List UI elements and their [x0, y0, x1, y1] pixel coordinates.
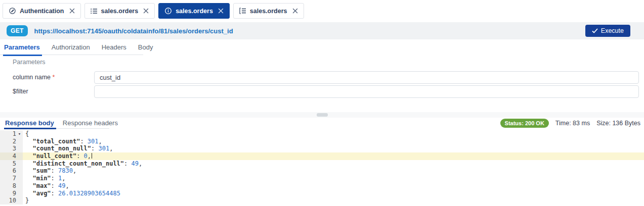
- line-number: 6: [13, 167, 16, 175]
- field-label: $filter: [13, 85, 28, 98]
- code-line-9[interactable]: 9 "avg": 26.01328903654485: [0, 190, 644, 197]
- field-input--filter[interactable]: [94, 85, 639, 98]
- execute-button[interactable]: Execute: [585, 25, 630, 37]
- code-content: {: [23, 130, 644, 138]
- token-key: "distinct_count_non_null": [32, 160, 124, 167]
- tab-sales-orders[interactable]: sales.orders: [233, 3, 304, 19]
- status-badge: Status: 200 OK: [500, 119, 549, 128]
- auth-icon: [9, 7, 16, 15]
- active-tab-underline: [3, 55, 42, 56]
- response-time: Time: 83 ms: [555, 120, 590, 127]
- code-content: "total_count": 301,: [23, 138, 644, 145]
- line-number-gutter: 6: [0, 167, 23, 175]
- subtab-label: Body: [138, 43, 153, 51]
- code-content: }: [23, 197, 644, 204]
- response-tab-label: Response headers: [63, 119, 118, 127]
- close-icon[interactable]: [217, 8, 224, 14]
- token-punct: {: [25, 130, 29, 137]
- token-punct: :: [51, 190, 58, 197]
- subtab-headers[interactable]: Headers: [102, 43, 126, 55]
- response-meta: Status: 200 OK Time: 83 ms Size: 136 Byt…: [500, 119, 640, 128]
- tab-sales-orders[interactable]: sales.orders: [84, 3, 155, 19]
- token-punct: :: [51, 175, 58, 182]
- token-key: "max": [32, 182, 51, 189]
- tab-label: Authentication: [20, 8, 64, 15]
- line-number-gutter: 1▾: [0, 130, 23, 138]
- token-punct: [25, 160, 32, 167]
- line-number-gutter: 9: [0, 190, 23, 197]
- token-punct: :: [80, 138, 87, 145]
- code-content: "null_count": 0,: [23, 152, 644, 160]
- response-size: Size: 136 Bytes: [596, 120, 640, 127]
- tab-response-headers[interactable]: Response headers: [63, 119, 118, 128]
- token-punct: [25, 167, 32, 174]
- subtab-authorization[interactable]: Authorization: [52, 43, 90, 55]
- code-line-7[interactable]: 7 "min": 1,: [0, 175, 644, 182]
- code-line-10[interactable]: 10}: [0, 197, 644, 204]
- parameters-section-title: Parameters: [13, 59, 46, 66]
- close-icon[interactable]: [291, 8, 298, 14]
- token-punct: :: [124, 160, 131, 167]
- code-line-6[interactable]: 6 "sum": 7830,: [0, 167, 644, 175]
- close-icon[interactable]: [142, 8, 149, 14]
- token-punct: [25, 190, 32, 197]
- token-num: 0: [84, 152, 88, 160]
- http-method-badge: GET: [7, 25, 28, 36]
- code-line-8[interactable]: 8 "max": 49,: [0, 182, 644, 190]
- active-tab-underline: [4, 128, 56, 129]
- token-punct: ,: [73, 167, 76, 174]
- tab-sales-orders[interactable]: sales.orders: [158, 3, 230, 19]
- tab-authentication[interactable]: Authentication: [3, 3, 81, 19]
- field-label: column name *: [13, 71, 55, 84]
- token-num: 49: [132, 160, 139, 167]
- token-punct: :: [51, 182, 58, 189]
- field-row: $filter: [0, 85, 639, 98]
- tab-response-body[interactable]: Response body: [5, 119, 54, 128]
- subtab-body[interactable]: Body: [138, 43, 153, 55]
- field-input-column-name[interactable]: [94, 71, 639, 84]
- request-url[interactable]: https://localhost:7145/oauth/coldatainfo…: [34, 27, 233, 35]
- tab-label: sales.orders: [250, 8, 287, 15]
- code-content: "sum": 7830,: [23, 167, 644, 175]
- code-content: "min": 1,: [23, 175, 644, 182]
- line-number-gutter: 5: [0, 160, 23, 168]
- line-number: 3: [13, 145, 16, 152]
- token-key: "avg": [32, 190, 51, 197]
- tab-label: sales.orders: [101, 8, 139, 15]
- token-num: 26.01328903654485: [58, 190, 120, 197]
- code-line-1[interactable]: 1▾{: [0, 130, 644, 138]
- code-line-2[interactable]: 2 "total_count": 301,: [0, 138, 644, 145]
- token-punct: [25, 138, 32, 145]
- list-alt-icon: [239, 8, 246, 14]
- line-number: 1: [13, 130, 16, 138]
- response-body-editor[interactable]: 1▾{2 "total_count": 301,3 "count_non_nul…: [0, 130, 644, 206]
- token-key: "count_non_null": [32, 145, 91, 152]
- line-number-gutter: 8: [0, 182, 23, 190]
- code-line-3[interactable]: 3 "count_non_null": 301,: [0, 145, 644, 152]
- line-number: 8: [13, 182, 16, 190]
- splitter-drag-handle[interactable]: [317, 113, 328, 117]
- token-punct: [25, 152, 32, 160]
- response-header: Response bodyResponse headers Status: 20…: [5, 119, 640, 129]
- code-line-4[interactable]: 4 "null_count": 0,: [0, 152, 644, 160]
- token-punct: :: [76, 152, 83, 160]
- parameters-fields: column name *$filter: [0, 71, 639, 99]
- token-key: "total_count": [32, 138, 80, 145]
- line-number: 10: [9, 197, 16, 204]
- close-icon[interactable]: [68, 8, 75, 14]
- code-line-5[interactable]: 5 "distinct_count_non_null": 49,: [0, 160, 644, 168]
- tab-bar: Authenticationsales.orderssales.orderssa…: [3, 3, 304, 19]
- subtab-parameters[interactable]: Parameters: [4, 43, 40, 55]
- token-punct: ,: [65, 182, 69, 189]
- line-number: 4: [13, 152, 16, 160]
- list-icon: [91, 8, 98, 14]
- subtab-label: Authorization: [52, 43, 90, 51]
- subtab-label: Headers: [102, 43, 126, 51]
- code-content: "avg": 26.01328903654485: [23, 190, 644, 197]
- token-punct: ,: [62, 175, 65, 182]
- token-punct: [25, 145, 32, 152]
- token-num: 301: [88, 138, 99, 145]
- token-num: 49: [58, 182, 65, 189]
- line-number-gutter: 4: [0, 152, 23, 160]
- fold-caret-icon[interactable]: ▾: [16, 130, 23, 138]
